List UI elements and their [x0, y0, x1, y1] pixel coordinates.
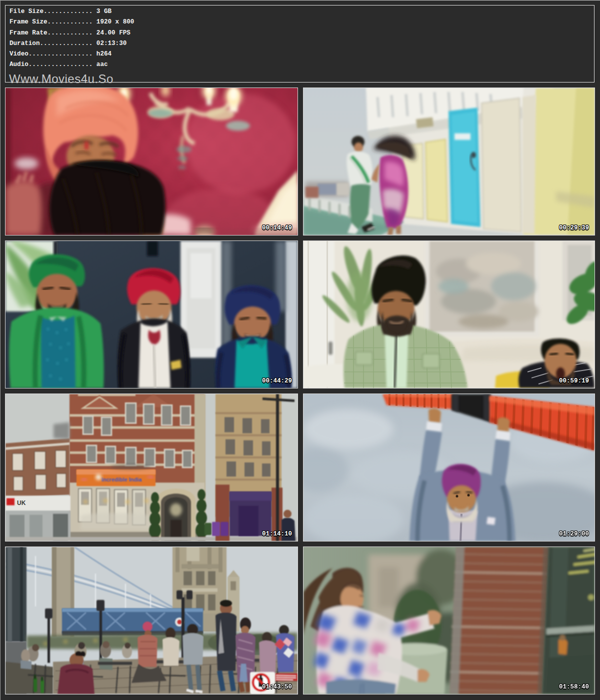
svg-text:UK: UK — [17, 499, 26, 506]
svg-text:Incredible India: Incredible India — [102, 476, 142, 482]
